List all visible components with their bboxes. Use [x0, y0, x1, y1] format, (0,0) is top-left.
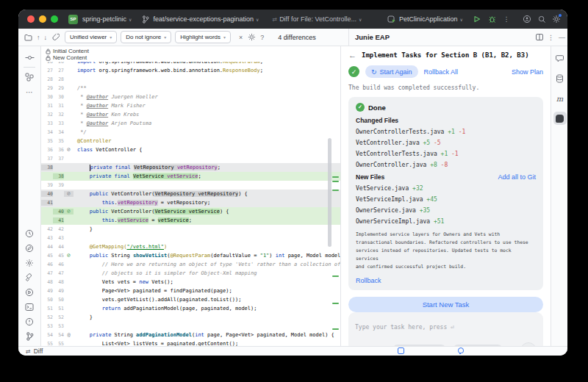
file-row[interactable]: VetControllerTests.java +1 -1 [356, 151, 536, 157]
back-arrow-icon[interactable]: ← [348, 51, 356, 60]
build-status-message: The build was completed successfully. [348, 84, 543, 91]
maven-tool-icon[interactable]: m [553, 92, 567, 105]
title-bar: SP spring-petclinic ∨ feat/service-excep… [18, 10, 567, 29]
project-icon: SP [68, 15, 78, 24]
revert-change-icon[interactable]: ⊘ [67, 146, 71, 153]
task-summary: Implemented service layers for Owners an… [356, 231, 536, 271]
show-plan-link[interactable]: Show Plan [512, 68, 543, 76]
file-row[interactable]: VetController.java +5 -5 [356, 140, 536, 146]
add-all-to-git-link[interactable]: Add all to Git [498, 173, 536, 181]
next-difference-button[interactable]: ↓ [44, 34, 48, 41]
project-widget[interactable]: spring-petclinic ∨ [82, 15, 132, 23]
code-line: 3737 [41, 154, 340, 163]
revert-change-icon[interactable]: ⊘ [67, 252, 71, 259]
junie-layout-icon[interactable] [536, 34, 543, 40]
junie-tool-icon[interactable] [553, 112, 567, 125]
debug-button[interactable] [487, 14, 497, 24]
revert-change-icon[interactable]: ⊘ [67, 190, 71, 197]
code-line: 38 private final VetRepository vetReposi… [41, 163, 340, 172]
close-window-button[interactable] [27, 15, 35, 23]
branch-widget[interactable]: feat/service-exceptions-pagination ∨ [140, 14, 259, 24]
status-bar: ⇄ Diff [18, 346, 567, 356]
services-tool-icon[interactable] [21, 256, 37, 270]
start-again-button[interactable]: ↻ Start Again [365, 65, 418, 78]
change-marker[interactable] [332, 275, 339, 277]
account-icon[interactable] [522, 14, 532, 24]
settings-gear-icon[interactable] [551, 14, 562, 24]
more-tool-windows-icon[interactable]: ⋯ [21, 84, 37, 99]
problems-tool-icon[interactable] [21, 314, 37, 329]
viewer-mode-select[interactable]: Unified viewer▾ [65, 31, 117, 43]
diff-settings-gear-icon[interactable] [246, 32, 257, 43]
search-everywhere-icon[interactable] [537, 14, 547, 24]
new-files-label: New Files [356, 173, 384, 181]
rollback-all-link[interactable]: Rollback All [424, 68, 459, 76]
start-new-task-button[interactable]: Start New Task [348, 297, 543, 312]
help-icon[interactable]: ? [260, 34, 264, 41]
code-line: 4242 } [41, 225, 340, 234]
editor-scrollbar[interactable] [328, 138, 331, 247]
changed-files-label: Changed Files [356, 117, 536, 124]
junie-panel: ← Implement Tasks for Section B (B1, B2,… [340, 46, 551, 346]
more-actions-kebab[interactable]: ⋮ [501, 14, 512, 24]
done-check-icon: ✓ [356, 103, 365, 112]
run-tool-icon[interactable] [21, 285, 37, 300]
file-row[interactable]: OwnerControllerTests.java +1 -1 [356, 129, 536, 135]
code-line: 41 this.vetRepository = vetRepository; [41, 198, 340, 207]
highlight-mode-select[interactable]: Highlight words▾ [175, 31, 231, 43]
change-marker[interactable] [332, 190, 339, 191]
code-line: 4646 // Here we are returning an object … [41, 260, 340, 269]
code-line: 3535@Controller [41, 137, 340, 145]
status-bar-label[interactable]: Diff [34, 347, 43, 355]
zoom-window-button[interactable] [51, 15, 58, 23]
annotation-gutter-icon[interactable]: @ [67, 332, 70, 338]
junie-logo [556, 115, 564, 123]
code-line: 3939 [41, 181, 340, 190]
revert-change-icon[interactable]: ⊘ [67, 208, 71, 215]
folder-icon[interactable] [23, 32, 33, 43]
whitespace-ignore-select[interactable]: Do not ignore▾ [121, 31, 171, 43]
lock-icon [46, 48, 51, 54]
change-marker[interactable] [332, 303, 339, 304]
diff-editor[interactable]: Initial Content New Content 2626import o… [41, 46, 340, 346]
profiler-tool-icon[interactable] [21, 226, 37, 241]
task-input[interactable] [355, 324, 537, 331]
minimize-window-button[interactable] [39, 15, 46, 23]
chevron-down-icon: ∨ [460, 17, 463, 22]
git-tool-icon[interactable] [21, 329, 37, 344]
change-marker[interactable] [332, 176, 339, 178]
change-marker[interactable] [332, 328, 339, 330]
change-marker[interactable] [332, 181, 339, 182]
run-button[interactable] [472, 14, 482, 24]
file-row[interactable]: OwnerController.java +8 -8 [356, 162, 536, 168]
ai-assistant-tool-icon[interactable] [553, 52, 567, 65]
secondary-toolbar-row: ↑ ↓ Unified viewer▾ Do not ignore▾ Highl… [18, 29, 567, 46]
chevron-down-icon: ∨ [129, 17, 132, 22]
update-badge [559, 14, 562, 17]
jump-to-source-icon[interactable] [51, 32, 61, 43]
diff-tab-title[interactable]: ⇄ Diff for File: VetControlle... ∨ [272, 15, 362, 23]
diff-status-icon: ⇄ [26, 348, 31, 355]
file-row[interactable]: OwnerServiceImpl.java +51 [356, 218, 536, 225]
done-label: Done [368, 104, 386, 112]
hide-tool-window-icon[interactable]: — [559, 34, 565, 41]
brave-mode-icon [398, 347, 404, 354]
database-tool-icon[interactable] [553, 72, 567, 85]
new-files-row: New Files Add all to Git [356, 173, 536, 181]
run-configuration-widget[interactable]: PetClinicApplication ∨ [387, 14, 463, 24]
file-row[interactable]: VetServiceImpl.java +45 [356, 196, 536, 203]
terminal-tool-icon[interactable] [21, 300, 37, 314]
previous-difference-button[interactable]: ↑ [37, 34, 40, 41]
file-row[interactable]: OwnerService.java +35 [356, 207, 536, 214]
code-line: 4848 Vets vets = new Vets(); [41, 278, 340, 286]
rollback-link[interactable]: Rollback [356, 277, 536, 284]
code-line: 4949 Page<Vet> paginated = findPaginated… [41, 286, 340, 295]
collapse-unchanged-icon[interactable]: × [239, 34, 243, 41]
chevron-down-icon: ∨ [359, 17, 362, 22]
build-tool-icon[interactable] [21, 270, 37, 285]
commit-tool-icon[interactable] [21, 50, 37, 65]
structure-tool-icon[interactable] [21, 70, 37, 84]
junie-options-kebab[interactable]: ⋮ [548, 34, 554, 41]
edits-tool-icon[interactable] [21, 241, 37, 256]
file-row[interactable]: VetService.java +32 [356, 185, 536, 192]
